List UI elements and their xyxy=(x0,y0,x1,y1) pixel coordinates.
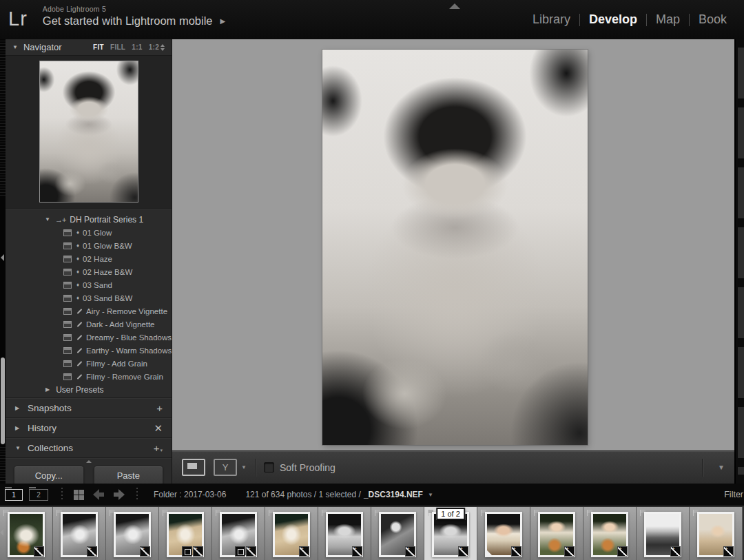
adjust-badge-icon[interactable] xyxy=(564,546,575,557)
divider xyxy=(61,488,63,501)
module-tab-map[interactable]: Map xyxy=(647,12,689,27)
filmstrip-thumbnail[interactable] xyxy=(212,507,265,560)
zoom-option-fill[interactable]: FILL xyxy=(110,43,125,51)
filmstrip-thumbnail[interactable] xyxy=(583,507,637,560)
chevron-down-icon[interactable]: ▼ xyxy=(428,492,433,498)
adjust-badge-icon[interactable] xyxy=(246,546,256,557)
preset-item[interactable]: ♦02 Haze xyxy=(6,252,172,265)
disclosure-triangle-icon[interactable]: ▼ xyxy=(45,216,50,222)
disclosure-triangle-icon[interactable]: ▼ xyxy=(12,44,18,50)
preset-item[interactable]: Airy - Remove Vignette xyxy=(6,304,172,318)
filmstrip-thumbnail[interactable] xyxy=(690,507,743,560)
module-tab-library[interactable]: Library xyxy=(524,12,579,27)
navigator-header[interactable]: ▼ Navigator FITFILL1:11:2 xyxy=(6,39,172,55)
preset-item[interactable]: ♦01 Glow B&W xyxy=(6,239,172,252)
disclosure-triangle-icon[interactable]: ▶ xyxy=(45,386,50,393)
adjust-badge-icon[interactable] xyxy=(140,546,150,557)
navigator-thumbnail[interactable] xyxy=(39,61,138,203)
grid-view-icon[interactable] xyxy=(74,490,84,500)
adjust-badge-icon[interactable] xyxy=(670,546,681,557)
toolbar-options-chevron-icon[interactable]: ▼ xyxy=(718,464,725,471)
before-after-view-icon[interactable]: Y xyxy=(214,459,237,476)
filmstrip-thumbnail[interactable] xyxy=(371,507,424,560)
thumbnail-image xyxy=(114,512,151,557)
divider xyxy=(136,488,138,501)
filmstrip-scroll-left-icon[interactable] xyxy=(0,529,3,536)
left-panel-collapse-arrow-icon[interactable] xyxy=(1,254,4,261)
adjust-badge-icon[interactable] xyxy=(511,546,521,557)
loupe-view-icon[interactable] xyxy=(182,459,205,476)
preset-label: Dark - Add Vignette xyxy=(86,320,155,329)
filmstrip-thumbnail[interactable] xyxy=(318,507,371,560)
paste-button[interactable]: Paste xyxy=(94,466,164,486)
preset-item[interactable]: Dark - Add Vignette xyxy=(6,318,172,331)
adjust-badge-icon[interactable] xyxy=(405,546,415,557)
filter-label[interactable]: Filter xyxy=(724,490,743,499)
panel-section-snapshots[interactable]: ▶Snapshots+ xyxy=(6,399,172,417)
adjust-badge-icon[interactable] xyxy=(299,546,309,557)
crop-badge-icon[interactable] xyxy=(235,546,245,557)
filmstrip-thumbnail[interactable] xyxy=(530,507,583,560)
section-action-plus-menu-icon[interactable]: +▾ xyxy=(154,443,163,453)
preset-item[interactable]: Earthy - Warm Shadows xyxy=(6,344,172,357)
module-tab-develop[interactable]: Develop xyxy=(580,12,646,27)
left-panel-collapse-strip[interactable] xyxy=(0,39,6,484)
section-action-clear-icon[interactable]: ✕ xyxy=(154,423,163,433)
toolbar: Y ▼ Soft Proofing ▼ xyxy=(172,450,734,484)
main-photo[interactable] xyxy=(322,50,588,445)
preset-item[interactable]: ♦02 Haze B&W xyxy=(6,265,172,278)
right-panel-edge[interactable] xyxy=(734,39,744,484)
preset-item[interactable]: Filmy - Add Grain xyxy=(6,357,172,370)
thumbnail-image xyxy=(379,512,416,557)
previous-photo-arrow-icon[interactable] xyxy=(93,489,104,500)
main-window-button[interactable]: 1 xyxy=(5,489,23,501)
zoom-option-1:2[interactable]: 1:2 xyxy=(149,43,159,51)
module-tab-book[interactable]: Book xyxy=(690,12,736,27)
adjust-badge-icon[interactable] xyxy=(723,546,734,557)
diamond-icon: ♦ xyxy=(76,282,79,288)
preset-item[interactable]: Filmy - Remove Grain xyxy=(6,370,172,383)
crop-badge-icon[interactable] xyxy=(182,546,192,557)
panel-section-collections[interactable]: ▼Collections+▾ xyxy=(6,439,172,457)
adjust-badge-icon[interactable] xyxy=(87,546,97,557)
adjust-badge-icon[interactable] xyxy=(352,546,362,557)
preset-item[interactable]: ♦03 Sand xyxy=(6,278,172,291)
soft-proofing-checkbox[interactable] xyxy=(264,462,274,473)
panel-section-history[interactable]: ▶History✕ xyxy=(6,419,172,437)
filmstrip-thumbnail[interactable] xyxy=(637,507,690,560)
filmstrip-thumbnail[interactable] xyxy=(265,507,318,560)
zoom-option-fit[interactable]: FIT xyxy=(93,43,104,51)
disclosure-triangle-icon[interactable]: ▶ xyxy=(15,405,25,411)
chevron-down-icon[interactable]: ▼ xyxy=(241,464,247,470)
disclosure-triangle-icon[interactable]: ▶ xyxy=(15,425,25,431)
second-window-button[interactable]: 2 xyxy=(29,489,48,501)
adjust-badge-icon[interactable] xyxy=(34,546,44,557)
filmstrip-thumbnail[interactable] xyxy=(159,507,212,560)
zoom-option-1:1[interactable]: 1:1 xyxy=(132,43,142,51)
promo-link[interactable]: Get started with Lightroom mobile ▶ xyxy=(43,14,225,28)
adjust-badge-icon[interactable] xyxy=(458,546,468,557)
filmstrip-thumbnail[interactable]: 1 of 2 xyxy=(424,507,477,560)
section-action-plus-icon[interactable]: + xyxy=(156,403,163,413)
current-filename[interactable]: _DSC3194.NEF xyxy=(364,490,423,499)
user-presets-folder[interactable]: ▶ User Presets xyxy=(6,383,172,396)
adjust-badge-icon[interactable] xyxy=(193,546,203,557)
filmstrip-thumbnail[interactable] xyxy=(0,507,53,560)
filmstrip-thumbnail[interactable] xyxy=(53,507,106,560)
copy-button[interactable]: Copy... xyxy=(14,466,84,486)
adjust-badge-icon[interactable] xyxy=(617,546,628,557)
preset-folder[interactable]: ▼ →+ DH Portrait Series 1 xyxy=(6,213,172,226)
zoom-ratio-picker-icon[interactable] xyxy=(161,44,165,51)
preset-item[interactable]: Dreamy - Blue Shadows xyxy=(6,331,172,344)
filmstrip-thumbnail[interactable] xyxy=(106,507,159,560)
left-panel-scrollbar[interactable] xyxy=(1,357,5,444)
next-photo-arrow-icon[interactable] xyxy=(114,489,125,500)
disclosure-triangle-icon[interactable]: ▼ xyxy=(15,445,25,451)
preset-item[interactable]: ♦01 Glow xyxy=(6,226,172,239)
soft-proofing-label[interactable]: Soft Proofing xyxy=(280,462,335,473)
filmstrip-thumbnail[interactable] xyxy=(477,507,530,560)
brush-icon xyxy=(77,309,83,314)
preset-item[interactable]: ♦03 Sand B&W xyxy=(6,291,172,304)
folder-breadcrumb[interactable]: Folder : 2017-03-06 xyxy=(154,490,226,499)
top-panel-collapse-arrow-icon[interactable] xyxy=(449,3,460,9)
